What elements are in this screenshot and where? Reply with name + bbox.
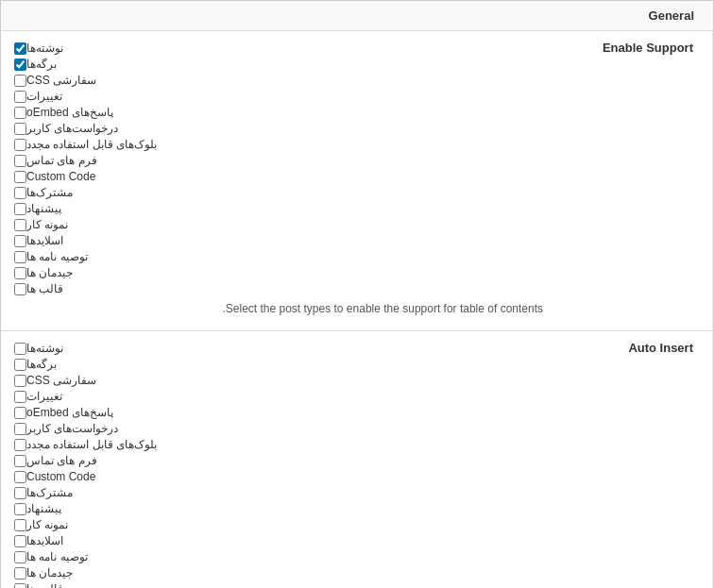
general-header: General xyxy=(1,1,713,31)
enable-support-item-label-8: Custom Code xyxy=(26,170,95,183)
enable-support-row-11: نمونه کار xyxy=(10,218,552,231)
auto-insert-item-label-14: جیدمان ها xyxy=(26,566,73,580)
auto-insert-item-label-9: مشترک‌ها xyxy=(26,486,73,499)
enable-support-row-2: سفارشی CSS xyxy=(10,74,552,87)
enable-support-checkbox-11[interactable] xyxy=(14,219,26,231)
auto-insert-item-label-12: اسلایدها xyxy=(26,534,63,547)
auto-insert-row-13: توصیه نامه ها xyxy=(10,550,552,563)
enable-support-item-label-0: نوشته‌ها xyxy=(26,42,63,55)
auto-insert-item-label-8: Custom Code xyxy=(26,470,95,483)
enable-support-checkbox-3[interactable] xyxy=(14,91,26,103)
enable-support-row-15: قالب ها xyxy=(10,282,552,295)
enable-support-item-label-15: قالب ها xyxy=(26,282,63,295)
auto-insert-checkbox-2[interactable] xyxy=(14,375,26,387)
auto-insert-item-label-1: برگه‌ها xyxy=(26,358,57,371)
enable-support-checkbox-0[interactable] xyxy=(14,42,26,55)
enable-support-row-12: اسلایدها xyxy=(10,234,552,247)
enable-support-item-label-13: توصیه نامه ها xyxy=(26,250,88,263)
enable-support-row-7: فرم های تماس xyxy=(10,154,552,167)
enable-support-row-1: برگه‌ها xyxy=(10,58,552,71)
enable-support-row-0: نوشته‌ها xyxy=(10,42,552,55)
enable-support-item-label-10: پیشنهاد xyxy=(26,202,61,215)
auto-insert-row-11: نمونه کار xyxy=(10,518,552,531)
auto-insert-checkbox-13[interactable] xyxy=(14,551,26,563)
enable-support-content: نوشته‌هابرگه‌هاسفارشی CSSتغییراتپاسخ‌های… xyxy=(1,31,562,330)
enable-support-row-10: پیشنهاد xyxy=(10,202,552,215)
auto-insert-row-6: بلوک‌های قابل استفاده مجدد xyxy=(10,438,552,451)
enable-support-checkbox-4[interactable] xyxy=(14,107,26,119)
auto-insert-item-label-5: درخواست‌های کاربر xyxy=(26,422,118,435)
auto-insert-row-7: فرم های تماس xyxy=(10,454,552,467)
enable-support-item-label-11: نمونه کار xyxy=(26,218,68,231)
enable-support-item-label-12: اسلایدها xyxy=(26,234,63,247)
auto-insert-row-8: Custom Code xyxy=(10,470,552,483)
enable-support-row-5: درخواست‌های کاربر xyxy=(10,122,552,135)
auto-insert-checkbox-4[interactable] xyxy=(14,407,26,419)
enable-support-item-label-5: درخواست‌های کاربر xyxy=(26,122,118,135)
enable-support-checkbox-2[interactable] xyxy=(14,75,26,87)
enable-support-checkbox-1[interactable] xyxy=(14,59,26,71)
auto-insert-section: نوشته‌هابرگه‌هاسفارشی CSSتغییراتپاسخ‌های… xyxy=(1,331,713,588)
enable-support-checkbox-10[interactable] xyxy=(14,203,26,215)
enable-support-item-label-1: برگه‌ها xyxy=(26,58,57,71)
enable-support-checkbox-5[interactable] xyxy=(14,123,26,135)
enable-support-row-14: جیدمان ها xyxy=(10,266,552,279)
auto-insert-row-1: برگه‌ها xyxy=(10,358,552,371)
auto-insert-checkbox-11[interactable] xyxy=(14,519,26,531)
auto-insert-item-label-2: سفارشی CSS xyxy=(26,374,96,387)
auto-insert-item-label-7: فرم های تماس xyxy=(26,454,97,467)
enable-support-checkbox-9[interactable] xyxy=(14,187,26,199)
auto-insert-item-label-0: نوشته‌ها xyxy=(26,342,63,355)
enable-support-item-label-6: بلوک‌های قابل استفاده مجدد xyxy=(26,138,157,151)
enable-support-checkbox-6[interactable] xyxy=(14,139,26,151)
auto-insert-checkbox-5[interactable] xyxy=(14,423,26,435)
auto-insert-item-label-10: پیشنهاد xyxy=(26,502,61,515)
auto-insert-row-12: اسلایدها xyxy=(10,534,552,547)
enable-support-item-label-4: پاسخ‌های oEmbed xyxy=(26,106,113,119)
auto-insert-item-label-6: بلوک‌های قابل استفاده مجدد xyxy=(26,438,157,451)
enable-support-item-label-3: تغییرات xyxy=(26,90,62,103)
auto-insert-row-2: سفارشی CSS xyxy=(10,374,552,387)
auto-insert-row-10: پیشنهاد xyxy=(10,502,552,515)
general-title: General xyxy=(649,8,694,23)
auto-insert-checkbox-0[interactable] xyxy=(14,343,26,355)
auto-insert-checkbox-15[interactable] xyxy=(14,583,26,589)
auto-insert-row-0: نوشته‌ها xyxy=(10,342,552,355)
enable-support-row-4: پاسخ‌های oEmbed xyxy=(10,106,552,119)
auto-insert-checkbox-1[interactable] xyxy=(14,359,26,371)
enable-support-checkbox-7[interactable] xyxy=(14,155,26,167)
auto-insert-row-5: درخواست‌های کاربر xyxy=(10,422,552,435)
enable-support-hint: Select the post types to enable the supp… xyxy=(10,298,552,323)
enable-support-item-label-7: فرم های تماس xyxy=(26,154,97,167)
auto-insert-item-label-11: نمونه کار xyxy=(26,518,68,531)
auto-insert-checkbox-10[interactable] xyxy=(14,503,26,515)
auto-insert-item-label-13: توصیه نامه ها xyxy=(26,550,88,563)
enable-support-item-label-2: سفارشی CSS xyxy=(26,74,96,87)
auto-insert-row-15: قالب ها xyxy=(10,582,552,588)
auto-insert-checkbox-7[interactable] xyxy=(14,455,26,467)
auto-insert-row-4: پاسخ‌های oEmbed xyxy=(10,406,552,419)
auto-insert-checkbox-14[interactable] xyxy=(14,567,26,580)
enable-support-label: Enable Support xyxy=(562,31,713,330)
enable-support-item-label-14: جیدمان ها xyxy=(26,266,73,279)
auto-insert-checkbox-3[interactable] xyxy=(14,391,26,403)
enable-support-row-9: مشترک‌ها xyxy=(10,186,552,199)
enable-support-checkbox-8[interactable] xyxy=(14,171,26,183)
enable-support-checkbox-13[interactable] xyxy=(14,251,26,263)
enable-support-checkbox-14[interactable] xyxy=(14,267,26,279)
auto-insert-content: نوشته‌هابرگه‌هاسفارشی CSSتغییراتپاسخ‌های… xyxy=(1,331,562,588)
enable-support-row-8: Custom Code xyxy=(10,170,552,183)
auto-insert-item-label-15: قالب ها xyxy=(26,582,63,588)
page-wrapper: General نوشته‌هابرگه‌هاسفارشی CSSتغییرات… xyxy=(0,0,714,588)
enable-support-checkbox-15[interactable] xyxy=(14,283,26,295)
auto-insert-checkbox-6[interactable] xyxy=(14,439,26,451)
auto-insert-checkbox-9[interactable] xyxy=(14,487,26,499)
auto-insert-item-label-4: پاسخ‌های oEmbed xyxy=(26,406,113,419)
enable-support-row-13: توصیه نامه ها xyxy=(10,250,552,263)
auto-insert-row-3: تغییرات xyxy=(10,390,552,403)
enable-support-item-label-9: مشترک‌ها xyxy=(26,186,73,199)
enable-support-checkbox-12[interactable] xyxy=(14,235,26,247)
auto-insert-checkbox-8[interactable] xyxy=(14,471,26,483)
enable-support-checkboxes: نوشته‌هابرگه‌هاسفارشی CSSتغییراتپاسخ‌های… xyxy=(10,42,552,295)
auto-insert-checkbox-12[interactable] xyxy=(14,535,26,547)
